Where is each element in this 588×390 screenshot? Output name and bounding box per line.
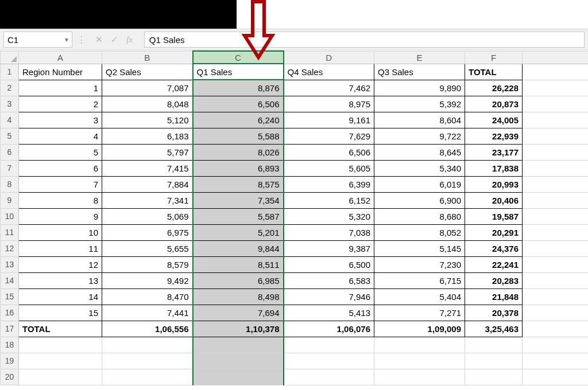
cell[interactable] <box>193 337 284 353</box>
row-header[interactable]: 7 <box>1 160 19 176</box>
cell[interactable] <box>523 224 589 240</box>
cell[interactable]: 13 <box>19 272 102 288</box>
cell[interactable] <box>284 337 374 353</box>
cell[interactable]: 8,975 <box>284 96 374 112</box>
cell[interactable]: 7,354 <box>193 192 284 208</box>
cell[interactable] <box>193 353 284 369</box>
cell[interactable]: 8,604 <box>374 112 465 128</box>
cell[interactable]: 6,715 <box>374 272 465 288</box>
cell[interactable]: 7,462 <box>284 80 374 96</box>
cell[interactable]: 20,406 <box>465 192 523 208</box>
cell[interactable]: 9,722 <box>374 128 465 144</box>
cell[interactable]: 5,392 <box>374 96 465 112</box>
cell[interactable]: 7,694 <box>193 305 284 321</box>
name-box[interactable]: C1 ▼ <box>3 32 72 48</box>
row-header[interactable]: 2 <box>1 80 19 96</box>
cell[interactable]: 10 <box>19 224 102 240</box>
cell[interactable]: 6,975 <box>102 224 193 240</box>
cell[interactable]: 9,387 <box>284 240 374 256</box>
cell[interactable]: 1,06,076 <box>284 321 374 337</box>
fx-icon[interactable]: fx <box>126 35 133 45</box>
cell[interactable] <box>523 256 589 272</box>
cell[interactable]: Q4 Sales <box>284 64 374 80</box>
cell[interactable]: 22,241 <box>465 256 523 272</box>
cell[interactable]: 6,506 <box>284 144 374 160</box>
cell[interactable]: 7,415 <box>102 160 193 176</box>
cell[interactable]: 5,145 <box>374 240 465 256</box>
cancel-icon[interactable]: ✕ <box>95 34 103 45</box>
cell[interactable]: 5,320 <box>284 208 374 224</box>
cell[interactable]: 8,498 <box>193 288 284 305</box>
cell[interactable] <box>523 64 589 80</box>
cell[interactable] <box>374 353 465 369</box>
cell[interactable] <box>523 208 589 224</box>
cell[interactable]: 19,587 <box>465 208 523 224</box>
cell[interactable]: 5,588 <box>193 128 284 144</box>
cell[interactable]: 8,052 <box>374 224 465 240</box>
cell[interactable]: 22,939 <box>465 128 523 144</box>
cell[interactable]: TOTAL <box>465 64 523 80</box>
cell[interactable] <box>523 353 589 369</box>
cell[interactable]: 6,183 <box>102 128 193 144</box>
cell[interactable]: 6,240 <box>193 112 284 128</box>
col-header-C[interactable]: C <box>193 51 284 64</box>
cell[interactable] <box>523 144 589 160</box>
cell[interactable]: 6,583 <box>284 272 374 288</box>
cell[interactable]: 3,25,463 <box>465 321 523 337</box>
cell[interactable]: 8,026 <box>193 144 284 160</box>
cell[interactable]: 4 <box>19 128 102 144</box>
row-header[interactable]: 20 <box>1 369 19 385</box>
cell[interactable]: 8,575 <box>193 176 284 192</box>
cell[interactable]: 20,873 <box>465 96 523 112</box>
cell[interactable] <box>523 96 589 112</box>
cell[interactable]: 5,404 <box>374 288 465 305</box>
row-header[interactable]: 17 <box>1 321 19 337</box>
cell[interactable]: 8,645 <box>374 144 465 160</box>
cell[interactable]: 3 <box>19 112 102 128</box>
cell[interactable]: 5,797 <box>102 144 193 160</box>
cell[interactable] <box>523 176 589 192</box>
col-header-G[interactable] <box>523 51 589 64</box>
cell[interactable] <box>19 369 102 385</box>
cell[interactable] <box>523 80 589 96</box>
cell[interactable]: 9,844 <box>193 240 284 256</box>
chevron-down-icon[interactable]: ▼ <box>64 37 69 43</box>
cell[interactable]: 9,161 <box>284 112 374 128</box>
cell[interactable]: 7,884 <box>102 176 193 192</box>
cell[interactable] <box>284 369 374 385</box>
cell[interactable]: 8,511 <box>193 256 284 272</box>
cell[interactable]: 5,201 <box>193 224 284 240</box>
col-header-D[interactable]: D <box>284 51 374 64</box>
row-header[interactable]: 5 <box>1 128 19 144</box>
cell[interactable] <box>284 353 374 369</box>
spreadsheet-grid[interactable]: A B C D E F 1Region NumberQ2 SalesQ1 Sal… <box>0 50 588 390</box>
cell[interactable]: 5,605 <box>284 160 374 176</box>
cell[interactable]: 24,376 <box>465 240 523 256</box>
cell[interactable]: 12 <box>19 256 102 272</box>
row-header[interactable]: 4 <box>1 112 19 128</box>
row-header[interactable]: 19 <box>1 353 19 369</box>
cell[interactable] <box>523 160 589 176</box>
row-header[interactable]: 16 <box>1 305 19 321</box>
cell[interactable]: 5 <box>19 144 102 160</box>
cell[interactable]: 7,441 <box>102 305 193 321</box>
cell[interactable] <box>523 192 589 208</box>
cell[interactable]: 7,341 <box>102 192 193 208</box>
cell[interactable]: 7,271 <box>374 305 465 321</box>
row-header[interactable]: 12 <box>1 240 19 256</box>
row-header[interactable]: 8 <box>1 176 19 192</box>
cell[interactable] <box>523 305 589 321</box>
cell[interactable]: 26,228 <box>465 80 523 96</box>
row-header[interactable]: 14 <box>1 272 19 288</box>
row-header[interactable]: 1 <box>1 64 19 80</box>
cell[interactable] <box>193 369 284 385</box>
cell[interactable]: 6 <box>19 160 102 176</box>
row-header[interactable]: 13 <box>1 256 19 272</box>
cell[interactable]: 15 <box>19 305 102 321</box>
cell[interactable]: 7 <box>19 176 102 192</box>
cell[interactable]: 7,629 <box>284 128 374 144</box>
cell[interactable]: 6,019 <box>374 176 465 192</box>
row-header[interactable]: 11 <box>1 224 19 240</box>
cell[interactable]: 6,893 <box>193 160 284 176</box>
cell[interactable]: Q1 Sales <box>193 64 284 80</box>
